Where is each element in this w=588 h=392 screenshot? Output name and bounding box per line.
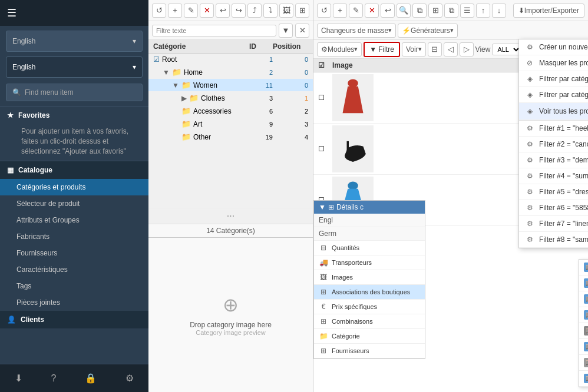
language-selector[interactable]: English ▾ bbox=[6, 31, 143, 52]
prod-undo-btn[interactable]: ↩ bbox=[381, 4, 395, 18]
dropdown-item-filter7[interactable]: ⚙ Filter #7 = "linen_dress" ▶ bbox=[519, 216, 588, 232]
store-row-english1[interactable]: 🏬 English1 ☑ bbox=[579, 339, 588, 355]
prod-copy-btn[interactable]: ⧉ bbox=[412, 4, 427, 18]
prod-edit-btn[interactable]: ✎ bbox=[349, 4, 363, 18]
dropdown-item-filter5[interactable]: ⚙ Filter #5 = "dress" ▶ bbox=[519, 184, 588, 200]
lock-icon[interactable]: 🔒 bbox=[85, 373, 97, 384]
details-images[interactable]: 🖼 Images bbox=[314, 270, 425, 285]
refresh-btn[interactable]: ↺ bbox=[152, 4, 166, 18]
settings-icon[interactable]: ⚙ bbox=[125, 373, 134, 384]
help-icon[interactable]: ? bbox=[51, 373, 57, 384]
filter-text-input[interactable] bbox=[152, 25, 276, 36]
generateurs-btn[interactable]: ⚡ Générateurs ▾ bbox=[398, 24, 458, 38]
grid-btn[interactable]: ⊞ bbox=[295, 4, 309, 18]
prod-refresh-btn[interactable]: ↺ bbox=[317, 4, 331, 18]
move-down-btn[interactable]: ⤵ bbox=[263, 4, 278, 18]
sidebar-item-pieces[interactable]: Pièces jointes bbox=[0, 294, 148, 311]
image-btn[interactable]: 🖼 bbox=[279, 4, 293, 18]
prod-grid-btn[interactable]: ⊞ bbox=[428, 4, 442, 18]
dropdown-item-filter3[interactable]: ⚙ Filter #3 = "demo_11" ▶ bbox=[519, 152, 588, 168]
prod-up-btn[interactable]: ↑ bbox=[476, 4, 490, 18]
tree-row-women[interactable]: ▼ 📁 Women 11 0 bbox=[148, 79, 313, 92]
store-row-spanish[interactable]: 🏬 Spanish ☑ bbox=[579, 307, 588, 323]
details-prix[interactable]: € Prix spécifiques bbox=[314, 300, 425, 314]
voir-btn[interactable]: Voir ▾ bbox=[402, 42, 426, 57]
store-row-french[interactable]: 🏬 French ☑ bbox=[579, 275, 588, 291]
drop-image-panel[interactable]: ⊕ Drop category image here Category imag… bbox=[148, 237, 313, 392]
favorites-label: Favorites bbox=[18, 111, 49, 119]
col-left-btn[interactable]: ◁ bbox=[444, 42, 458, 57]
prod-checkbox-2[interactable]: ☐ bbox=[318, 145, 332, 153]
details-categorie[interactable]: 📁 Catégorie bbox=[314, 329, 425, 344]
language-selected[interactable]: English ▾ bbox=[6, 57, 143, 78]
dropdown-item-filter6[interactable]: ⚙ Filter #6 = "58589444" ▶ bbox=[519, 200, 588, 216]
importer-exporter-btn[interactable]: ⬇ Importer/Exporter bbox=[513, 4, 584, 18]
dropdown-item-voir-produits[interactable]: ◈ Voir tous les produits ↖ bbox=[519, 103, 588, 120]
sidebar-item-tags[interactable]: Tags bbox=[0, 278, 148, 294]
details-combinaisons[interactable]: ⊞ Combinaisons bbox=[314, 314, 425, 329]
filter-btn-active[interactable]: ▼ Filtre bbox=[364, 42, 400, 57]
prod-search-btn[interactable]: 🔍 bbox=[397, 4, 411, 18]
drop-image-icon: ⊕ bbox=[223, 294, 239, 316]
dropdown-item-filter-category[interactable]: ◈ Filtrer par catégorie sélectionnée bbox=[519, 71, 588, 87]
redo-btn[interactable]: ↪ bbox=[232, 4, 246, 18]
dropdown-item-hide-disabled[interactable]: ⊘ Masquer les produits désactivés bbox=[519, 55, 588, 71]
filter-btn[interactable]: ▼ bbox=[279, 24, 293, 38]
chevron-down-icon: ▾ bbox=[133, 37, 136, 45]
dropdown-item-filter2[interactable]: ⚙ Filter #2 = "canon" ▶ bbox=[519, 137, 588, 152]
move-up-btn[interactable]: ⤴ bbox=[247, 4, 262, 18]
tree-more-dots[interactable]: ··· bbox=[148, 208, 313, 224]
expand-icon-home[interactable]: ▼ bbox=[163, 68, 170, 77]
view-select[interactable]: ALL bbox=[492, 44, 521, 55]
col-right-btn[interactable]: ▷ bbox=[460, 42, 474, 57]
columns-btn[interactable]: ⊟ bbox=[428, 42, 442, 57]
favorites-section[interactable]: ★ Favorites bbox=[0, 106, 148, 124]
download-icon[interactable]: ⬇ bbox=[15, 373, 22, 384]
tree-row-root[interactable]: ☑ Root 1 0 bbox=[148, 54, 313, 66]
store-row-deutsch[interactable]: 🏬 Deutsch ☑ bbox=[579, 371, 588, 387]
menu-search[interactable]: 🔍 Find menu item bbox=[6, 84, 143, 101]
dropdown-item-create-filter[interactable]: ⚙ Créer un nouveau filtre bbox=[519, 39, 588, 55]
prod-list-btn[interactable]: ☰ bbox=[460, 4, 474, 18]
tree-row-home[interactable]: ▼ 📁 Home 2 0 bbox=[148, 66, 313, 79]
details-transporteurs[interactable]: 🚚 Transporteurs bbox=[314, 255, 425, 270]
dropdown-item-filter-subcategory[interactable]: ◈ Filtrer par catégorie sélectionnée ave… bbox=[519, 87, 588, 103]
store-row-testgroup[interactable]: 🏬 test group ☑ bbox=[579, 355, 588, 371]
prod-down-btn[interactable]: ↓ bbox=[492, 4, 506, 18]
tree-row-other[interactable]: 📁 Other 19 4 bbox=[148, 131, 313, 144]
tree-row-art[interactable]: 📁 Art 9 3 bbox=[148, 118, 313, 131]
store-row-newstore[interactable]: 🏬 New store ☑ bbox=[579, 323, 588, 339]
prod-delete-btn[interactable]: ✕ bbox=[365, 4, 379, 18]
sidebar-item-attributes[interactable]: Attributs et Groupes bbox=[0, 212, 148, 228]
dropdown-item-filter8[interactable]: ⚙ Filter #8 = "samsung" ▶ bbox=[519, 232, 588, 248]
details-collapse-icon[interactable]: ▼ bbox=[319, 203, 326, 211]
store-row-german[interactable]: 🏬 German ☑ bbox=[579, 291, 588, 307]
prod-checkbox-1[interactable]: ☐ bbox=[318, 94, 332, 102]
store-row-english[interactable]: 🏬 English ☑ bbox=[579, 260, 588, 275]
dropdown-item-filter1[interactable]: ⚙ Filter #1 = "heels" ▶ bbox=[519, 121, 588, 137]
filter-clear-btn[interactable]: ✕ bbox=[295, 24, 309, 38]
tree-row-clothes[interactable]: ▶ 📁 Clothes 3 1 bbox=[148, 92, 313, 105]
modules-btn[interactable]: ⚙ Modules ▾ bbox=[317, 42, 362, 57]
undo-btn[interactable]: ↩ bbox=[216, 4, 230, 18]
details-fournisseurs[interactable]: ⊞ Fournisseurs bbox=[314, 344, 425, 358]
prod-add-btn[interactable]: + bbox=[333, 4, 347, 18]
hamburger-icon[interactable]: ☰ bbox=[7, 6, 16, 19]
expand-icon-women[interactable]: ▼ bbox=[172, 81, 179, 89]
dropdown-item-filter4[interactable]: ⚙ Filter #4 = "summer" ▶ bbox=[519, 168, 588, 184]
changeurs-btn[interactable]: Changeurs de masse ▾ bbox=[317, 24, 396, 38]
sidebar-item-selector[interactable]: Sélecteur de produit bbox=[0, 195, 148, 212]
expand-icon-clothes[interactable]: ▶ bbox=[181, 94, 187, 102]
add-btn[interactable]: + bbox=[168, 4, 182, 18]
sidebar-item-fournisseurs[interactable]: Fournisseurs bbox=[0, 245, 148, 261]
sidebar-item-caracteristiques[interactable]: Caractéristiques bbox=[0, 261, 148, 278]
sidebar-item-fabricants[interactable]: Fabricants bbox=[0, 228, 148, 245]
tree-row-accessories[interactable]: 📁 Accessories 6 2 bbox=[148, 105, 313, 118]
prod-copy2-btn[interactable]: ⧉ bbox=[444, 4, 458, 18]
catalogue-section: ▦ Catalogue bbox=[0, 161, 148, 179]
details-quantites[interactable]: ⊟ Quantités bbox=[314, 241, 425, 255]
sidebar-item-categories[interactable]: Catégories et produits bbox=[0, 179, 148, 195]
delete-btn[interactable]: ✕ bbox=[200, 4, 214, 18]
details-associations[interactable]: ⊞ Associations des boutiques bbox=[314, 285, 425, 300]
edit-btn[interactable]: ✎ bbox=[184, 4, 198, 18]
